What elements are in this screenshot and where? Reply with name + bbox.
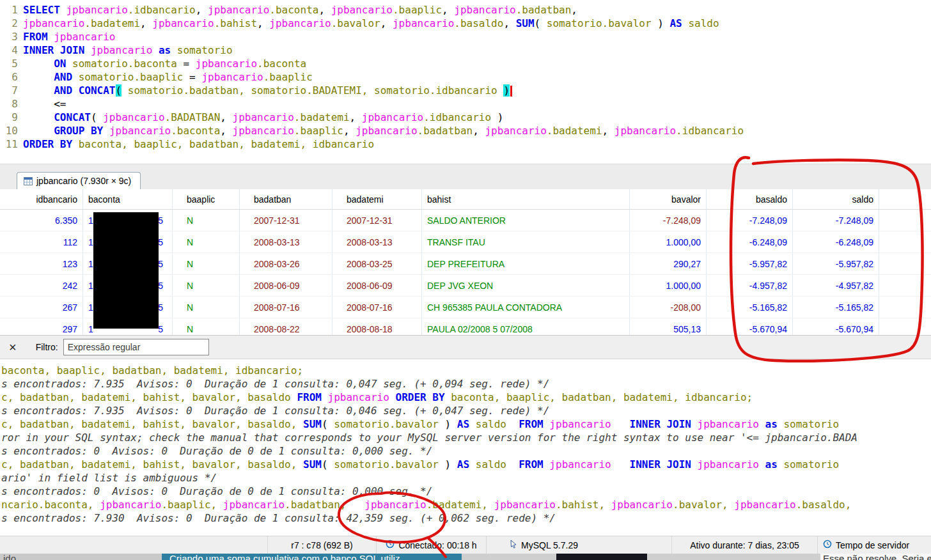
column-header-bahist[interactable]: bahist (422, 189, 630, 209)
code-line[interactable]: 2jpbancario.badatemi, jpbancario.bahist,… (0, 17, 931, 30)
cell-baaplic[interactable]: N (173, 253, 240, 274)
column-header-badatemi[interactable]: badatemi (332, 189, 422, 209)
sql-editor[interactable]: 1SELECT jpbancario.idbancario, jpbancari… (0, 0, 931, 164)
cell-idbancario[interactable]: 267 (0, 297, 83, 318)
cell-badatban[interactable]: 2008-06-09 (240, 275, 332, 296)
cell-bahist[interactable]: TRANSF ITAU (422, 231, 630, 253)
cell-bavalor[interactable]: 1.000,00 (630, 231, 707, 253)
sql-token: jpbancario (103, 111, 164, 123)
log-token (759, 458, 765, 471)
log-token (759, 418, 765, 430)
cell-saldo[interactable]: -5.670,94 (793, 318, 879, 335)
sql-token: , (503, 17, 515, 29)
cell-basaldo[interactable]: -7.248,09 (707, 210, 793, 231)
cell-saldo[interactable]: -7.248,09 (793, 210, 879, 231)
cell-saldo[interactable]: -5.165,82 (793, 297, 879, 318)
sql-token: SELECT (23, 4, 66, 16)
code-line[interactable]: 1SELECT jpbancario.idbancario, jpbancari… (0, 3, 931, 17)
cell-idbancario[interactable]: 297 (0, 318, 83, 335)
cell-saldo[interactable]: -6.248,09 (793, 231, 879, 253)
code-line[interactable]: 10 GROUP BY jpbancario.baconta, jpbancar… (0, 124, 931, 137)
cell-basaldo[interactable]: -5.670,94 (707, 318, 793, 335)
line-number: 9 (0, 111, 23, 124)
cell-badatban[interactable]: 2008-03-26 (240, 253, 332, 274)
sql-token: jpbancario (269, 17, 331, 29)
bottom-filler-2 (647, 554, 820, 560)
cell-idbancario[interactable]: 242 (0, 275, 83, 296)
cell-basaldo[interactable]: -5.165,82 (707, 297, 793, 318)
cell-baaplic[interactable]: N (173, 318, 240, 335)
cell-filler (879, 253, 931, 274)
cell-badatemi[interactable]: 2007-12-31 (332, 210, 422, 231)
cell-bahist[interactable]: SALDO ANTERIOR (422, 210, 630, 231)
cell-bavalor[interactable]: 505,13 (630, 318, 707, 335)
results-tab[interactable]: jpbancario (7.930r × 9c) (17, 172, 141, 189)
cell-badatban[interactable]: 2007-12-31 (240, 210, 332, 231)
status-cursor-position-text: r7 : c78 (692 B) (291, 540, 353, 550)
column-header-basaldo[interactable]: basaldo (707, 189, 793, 209)
cell-bahist[interactable]: DEP PREFEITURA (422, 253, 630, 274)
sql-token: .baaplic (263, 71, 313, 83)
status-empty (0, 536, 267, 554)
log-line: c, badatban, badatemi, bahist, bavalor, … (1, 458, 931, 471)
code-text: <= (23, 97, 66, 111)
cell-baaplic[interactable]: N (173, 275, 240, 296)
cell-badatemi[interactable]: 2008-03-25 (332, 253, 422, 274)
code-text: jpbancario.badatemi, jpbancario.bahist, … (23, 17, 719, 30)
cell-bahist[interactable]: PAULA 02/2008 5 07/2008 (422, 318, 630, 335)
cell-badatban[interactable]: 2008-03-13 (240, 231, 332, 253)
cell-bavalor[interactable]: 1.000,00 (630, 275, 707, 296)
cell-bahist[interactable]: CH 965385 PAULA CONTADORA (422, 297, 630, 318)
cell-badatemi[interactable]: 2008-03-13 (332, 231, 422, 253)
filter-input[interactable] (63, 339, 209, 355)
sql-token: jpbancario (54, 31, 115, 43)
code-line[interactable]: 11ORDER BY baconta, baaplic, badatban, b… (0, 137, 931, 151)
sql-token: , (571, 4, 577, 16)
cell-basaldo[interactable]: -5.957,82 (707, 253, 793, 274)
log-token: baconta, baaplic, badatban, badatemi, id… (1, 364, 303, 377)
cell-badatemi[interactable]: 2008-06-09 (332, 275, 422, 296)
column-header-badatban[interactable]: badatban (240, 189, 332, 209)
column-header-saldo[interactable]: saldo (793, 189, 879, 209)
code-line[interactable]: 6 AND somatorio.baaplic = jpbancario.baa… (0, 70, 931, 84)
baconta-right-digit: 5 (158, 259, 163, 269)
cell-baaplic[interactable]: N (173, 210, 240, 231)
cell-badatban[interactable]: 2008-08-22 (240, 318, 332, 335)
sql-token: , (220, 125, 232, 137)
cell-saldo[interactable]: -5.957,82 (793, 253, 879, 274)
code-line[interactable]: 3FROM jpbancario (0, 30, 931, 43)
cell-bavalor[interactable]: 290,27 (630, 253, 707, 274)
splitter[interactable] (0, 164, 931, 170)
cell-bahist[interactable]: DEP JVG XEON (422, 275, 630, 296)
cell-basaldo[interactable]: -6.248,09 (707, 231, 793, 253)
code-line[interactable]: 4INNER JOIN jpbancario as somatorio (0, 43, 931, 57)
cell-bavalor[interactable]: -7.248,09 (630, 210, 707, 231)
cell-bavalor[interactable]: -208,00 (630, 297, 707, 318)
cell-baaplic[interactable]: N (173, 297, 240, 318)
baconta-right-digit: 5 (158, 324, 163, 334)
cell-saldo[interactable]: -4.957,82 (793, 275, 879, 296)
column-header-bavalor[interactable]: bavalor (630, 189, 707, 209)
code-line[interactable]: 5 ON somatorio.baconta = jpbancario.baco… (0, 57, 931, 70)
line-number: 6 (0, 70, 23, 84)
log-token: .badatban, (285, 499, 364, 511)
log-token: jpbancario (100, 499, 161, 511)
sql-token: jpbancario (485, 125, 546, 137)
cell-badatemi[interactable]: 2008-08-18 (332, 318, 422, 335)
cell-basaldo[interactable]: -4.957,82 (707, 275, 793, 296)
column-header-baaplic[interactable]: baaplic (173, 189, 240, 209)
cell-idbancario[interactable]: 112 (0, 231, 83, 253)
tab-bar: jpbancario (7.930r × 9c) (0, 170, 931, 189)
code-line[interactable]: 7 AND CONCAT( somatorio.badatban, somato… (0, 84, 931, 97)
cell-badatban[interactable]: 2008-07-16 (240, 297, 332, 318)
cell-idbancario[interactable]: 123 (0, 253, 83, 274)
cell-idbancario[interactable]: 6.350 (0, 210, 83, 231)
cell-badatemi[interactable]: 2008-07-16 (332, 297, 422, 318)
code-line[interactable]: 9 CONCAT( jpbancario.BADATBAN, jpbancari… (0, 111, 931, 124)
code-line[interactable]: 8 <= (0, 97, 931, 111)
close-filter-button[interactable]: × (9, 341, 17, 354)
column-header-baconta[interactable]: baconta (83, 189, 173, 209)
column-header-idbancario[interactable]: idbancario (0, 189, 83, 209)
cell-baaplic[interactable]: N (173, 231, 240, 253)
status-server-version: MySQL 5.7.29 (486, 536, 671, 554)
